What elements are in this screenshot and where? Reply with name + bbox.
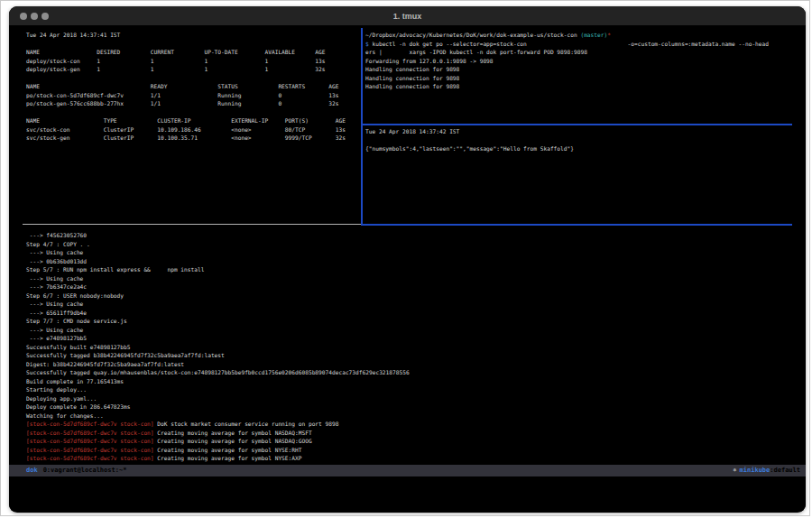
terminal-line: [stock-con-5d7df689cf-dwc7v stock-con] C… [26,454,410,463]
kubernetes-helm-icon: ⎈ [733,467,736,474]
terminal-line: Step 4/7 : COPY . . [26,240,410,249]
terminal-line: ---> 7b6347ce2a4c [26,282,410,291]
session-name: dok [26,467,38,474]
terminal-line [26,74,346,83]
pane-divider-horizontal-right[interactable] [361,124,792,125]
tmux-session: Tue 24 Apr 2018 14:37:41 IST NAME DESIRE… [9,26,806,512]
terminal-line: Successfully built e74898127bb5 [26,343,410,352]
terminal-line: NAME TYPE CLUSTER-IP EXTERNAL-IP PORT(S)… [26,116,346,125]
terminal-line: ---> e74898127bb5 [26,334,410,343]
terminal-line: po/stock-con-5d7df689cf-dwc7v 1/1 Runnin… [26,91,346,100]
terminal-line: Starting deploy... [26,385,410,394]
terminal-line: ---> Using cache [26,326,410,335]
terminal-line: Watching for changes... [26,412,410,421]
terminal-line: [stock-con-5d7df689cf-dwc7v stock-con] C… [26,437,410,446]
terminal-line: $ kubectl -n dok get po --selector=app=s… [365,40,769,49]
terminal-line: Build complete in 77.165413ms [26,377,410,386]
terminal-line: svc/stock-con ClusterIP 10.109.186.46 <n… [26,125,346,134]
terminal-line: Handling connection for 9898 [365,82,769,91]
terminal-line [26,40,346,49]
terminal-line: ---> 0b636bd013dd [26,257,410,266]
pane-kubectl-watch[interactable]: Tue 24 Apr 2018 14:37:41 IST NAME DESIRE… [26,31,346,143]
terminal-line [365,136,574,145]
terminal-line: [stock-con-5d7df689cf-dwc7v stock-con] C… [26,446,410,455]
terminal-line: ---> Using cache [26,300,410,309]
pane-skaffold-build-log[interactable]: ---> f45623052760Step 4/7 : COPY . . ---… [26,231,410,463]
status-bar-right: ⎈minikube:default [733,465,800,476]
window-titlebar: 1. tmux [9,6,806,26]
screenshot-frame: 1. tmux Tue 24 Apr 2018 14:37:41 IST NAM… [0,0,810,516]
tmux-status-bar: dok0:vagrant@localhost:~* ⎈minikube:defa… [9,465,806,476]
terminal-line: NAME READY STATUS RESTARTS AGE [26,82,346,91]
terminal-line: Forwarding from 127.0.0.1:9898 -> 9898 [365,57,769,66]
terminal-line: deploy/stock-con 1 1 1 1 13s [26,57,346,66]
terminal-line: ---> Using cache [26,274,410,283]
terminal-line: svc/stock-gen ClusterIP 10.100.35.71 <no… [26,134,346,143]
terminal-line: Digest: b38b42246945fd7f32c5ba9aea7af7fd… [26,360,410,369]
pane-service-response[interactable]: Tue 24 Apr 2018 14:37:42 IST {"numsymbol… [365,127,574,153]
terminal-line: Step 7/7 : CMD node service.js [26,317,410,326]
terminal-line: Tue 24 Apr 2018 14:37:41 IST [26,31,346,40]
terminal-line: {"numsymbols":4,"lastseen":"","message":… [365,144,574,153]
terminal-line: ---> Using cache [26,248,410,257]
terminal-line: Handling connection for 9898 [365,65,769,74]
terminal-line: Deploying app.yaml... [26,394,410,403]
terminal-line: Successfully tagged b38b42246945fd7f32c5… [26,351,410,360]
kube-context: minikube [740,467,770,474]
terminal-line: ---> f45623052760 [26,231,410,240]
terminal-line: [stock-con-5d7df689cf-dwc7v stock-con] C… [26,429,410,438]
terminal-line: Step 6/7 : USER nobody:nobody [26,291,410,301]
terminal-line: Handling connection for 9898 [365,74,769,83]
terminal-line: deploy/stock-gen 1 1 1 1 32s [26,65,346,74]
terminal-line: Successfully tagged quay.io/mhausenblas/… [26,368,410,377]
pane-divider-vertical[interactable] [361,28,363,224]
terminal-line: po/stock-gen-576cc688bb-277hx 1/1 Runnin… [26,99,346,108]
terminal-line: NAME DESIRED CURRENT UP-TO-DATE AVAILABL… [26,48,346,57]
terminal-line: ---> 65611ff9db4e [26,309,410,318]
window-tab[interactable]: 0:vagrant@localhost:~* [43,467,127,474]
terminal-line [26,108,346,117]
terminal-line: Deploy complete in 286.647823ms [26,402,410,412]
pane-divider-horizontal-left[interactable] [23,224,361,225]
terminal-line: Step 5/7 : RUN npm install express && np… [26,265,410,274]
terminal-line: [stock-con-5d7df689cf-dwc7v stock-con] D… [26,420,410,429]
window-title: 1. tmux [9,12,806,21]
pane-divider-horizontal-bottom-right[interactable] [361,224,792,226]
kube-namespace: :default [770,467,800,474]
terminal-line: ers | xargs -IPOD kubectl -n dok port-fo… [365,48,769,57]
terminal-line: ~/Dropbox/advocacy/Kubernetes/DoK/work/d… [365,31,769,40]
pane-port-forward[interactable]: ~/Dropbox/advocacy/Kubernetes/DoK/work/d… [365,31,769,91]
terminal-window: 1. tmux Tue 24 Apr 2018 14:37:41 IST NAM… [9,6,806,513]
terminal-line: Tue 24 Apr 2018 14:37:42 IST [365,127,574,136]
status-bar-left: dok0:vagrant@localhost:~* [26,465,126,476]
